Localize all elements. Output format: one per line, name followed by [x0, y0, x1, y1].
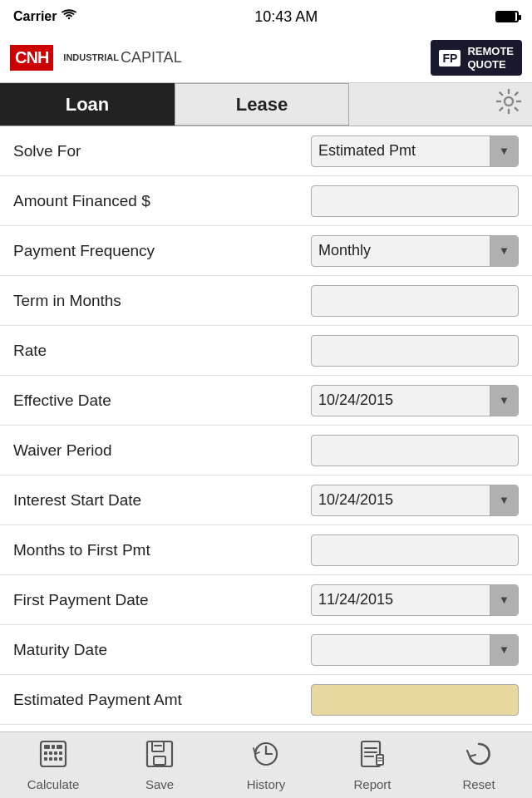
row-payment-frequency: Payment Frequency Monthly	[0, 226, 532, 276]
tab-bar: Loan Lease	[0, 83, 532, 126]
row-first-payment-date: First Payment Date 11/24/2015	[0, 575, 532, 625]
input-amount-financed[interactable]	[311, 185, 519, 217]
svg-point-0	[505, 97, 513, 106]
svg-rect-8	[59, 751, 62, 755]
tab-spacer	[349, 83, 532, 126]
control-payment-frequency: Monthly	[311, 235, 519, 267]
nav-reset[interactable]: Reset	[426, 732, 532, 798]
estimated-payment-amt-field	[311, 684, 519, 716]
row-months-to-first-pmt: Months to First Pmt	[0, 525, 532, 575]
control-maturity-date	[311, 634, 519, 666]
row-rate: Rate	[0, 326, 532, 376]
select-effective-date[interactable]: 10/24/2015	[311, 385, 519, 416]
control-term-in-months	[311, 285, 519, 317]
tab-loan[interactable]: Loan	[0, 83, 175, 126]
control-amount-financed	[311, 185, 519, 217]
battery-indicator	[495, 11, 519, 22]
label-estimated-payment-amt: Estimated Payment Amt	[13, 691, 182, 709]
reset-label: Reset	[462, 777, 495, 791]
svg-rect-15	[154, 756, 165, 765]
nav-report[interactable]: Report	[319, 732, 426, 798]
row-effective-date: Effective Date 10/24/2015	[0, 376, 532, 426]
nav-calculate[interactable]: Calculate	[0, 732, 106, 798]
fp-label: FP	[439, 50, 461, 66]
arrow-effective-date[interactable]	[490, 385, 518, 416]
input-rate[interactable]	[311, 335, 519, 367]
arrow-first-payment-date[interactable]	[490, 584, 518, 616]
label-term-in-months: Term in Months	[13, 292, 121, 310]
calculate-icon	[39, 740, 67, 774]
select-maturity-date[interactable]	[311, 634, 519, 666]
nav-save[interactable]: Save	[106, 732, 213, 798]
arrow-payment-frequency[interactable]	[490, 235, 518, 267]
control-interest-start-date: 10/24/2015	[311, 485, 519, 516]
svg-rect-9	[44, 757, 47, 761]
status-bar: Carrier 10:43 AM	[0, 0, 532, 33]
svg-rect-11	[54, 757, 57, 761]
svg-rect-5	[44, 751, 47, 755]
row-estimated-payment-amt: Estimated Payment Amt	[0, 675, 532, 725]
row-waiver-period: Waiver Period	[0, 426, 532, 475]
report-icon	[358, 740, 387, 774]
value-payment-frequency: Monthly	[312, 242, 490, 259]
value-first-payment-date: 11/24/2015	[312, 591, 490, 608]
form-content: Solve For Estimated Pmt Amount Financed …	[0, 126, 532, 732]
remote-quote-text: REMOTE QUOTE	[467, 45, 514, 71]
report-label: Report	[353, 777, 391, 791]
industrial-label: INDUSTRIAL	[63, 52, 119, 63]
calculate-label: Calculate	[27, 777, 80, 791]
history-icon	[252, 740, 280, 774]
time-label: 10:43 AM	[254, 8, 318, 26]
save-icon	[145, 740, 174, 774]
row-solve-for: Solve For Estimated Pmt	[0, 126, 532, 176]
svg-rect-3	[52, 745, 55, 749]
value-interest-start-date: 10/24/2015	[312, 491, 490, 509]
arrow-maturity-date[interactable]	[490, 634, 518, 666]
label-first-payment-date: First Payment Date	[13, 591, 149, 609]
cnh-red-badge: CNH	[10, 45, 53, 71]
row-interest-start-date: Interest Start Date 10/24/2015	[0, 475, 532, 525]
value-effective-date: 10/24/2015	[312, 392, 490, 409]
label-payment-frequency: Payment Frequency	[13, 242, 155, 260]
label-interest-start-date: Interest Start Date	[13, 491, 141, 510]
svg-rect-12	[59, 757, 62, 761]
save-label: Save	[145, 777, 174, 791]
select-interest-start-date[interactable]: 10/24/2015	[311, 485, 519, 516]
control-first-payment-date: 11/24/2015	[311, 584, 519, 616]
svg-rect-7	[54, 751, 57, 755]
input-waiver-period[interactable]	[311, 435, 519, 466]
svg-rect-6	[49, 751, 52, 755]
wifi-icon	[62, 9, 76, 24]
nav-history[interactable]: History	[213, 732, 319, 798]
control-effective-date: 10/24/2015	[311, 385, 519, 416]
arrow-solve-for[interactable]	[490, 135, 518, 167]
input-term-in-months[interactable]	[311, 285, 519, 317]
history-label: History	[247, 777, 286, 791]
select-first-payment-date[interactable]: 11/24/2015	[311, 584, 519, 616]
select-solve-for[interactable]: Estimated Pmt	[311, 135, 519, 167]
cnh-logo: CNH INDUSTRIAL CAPITAL	[10, 45, 182, 71]
arrow-interest-start-date[interactable]	[490, 485, 518, 516]
control-estimated-payment-amt	[311, 684, 519, 716]
value-solve-for: Estimated Pmt	[312, 142, 490, 160]
bottom-nav: Calculate Save History	[0, 732, 532, 798]
control-solve-for: Estimated Pmt	[311, 135, 519, 167]
label-rate: Rate	[13, 342, 47, 360]
settings-icon[interactable]	[495, 88, 522, 121]
header-bar: CNH INDUSTRIAL CAPITAL FP REMOTE QUOTE	[0, 33, 532, 83]
label-amount-financed: Amount Financed $	[13, 192, 150, 210]
control-months-to-first-pmt	[311, 534, 519, 566]
svg-rect-24	[377, 755, 383, 765]
carrier-label: Carrier	[13, 9, 57, 24]
reset-icon	[465, 740, 493, 774]
control-rate	[311, 335, 519, 367]
label-months-to-first-pmt: Months to First Pmt	[13, 541, 150, 559]
svg-rect-2	[44, 745, 50, 749]
row-amount-financed: Amount Financed $	[0, 176, 532, 226]
select-payment-frequency[interactable]: Monthly	[311, 235, 519, 267]
input-months-to-first-pmt[interactable]	[311, 534, 519, 566]
row-maturity-date: Maturity Date	[0, 625, 532, 675]
capital-label: CAPITAL	[121, 49, 182, 66]
label-waiver-period: Waiver Period	[13, 441, 112, 460]
tab-lease[interactable]: Lease	[175, 83, 349, 126]
